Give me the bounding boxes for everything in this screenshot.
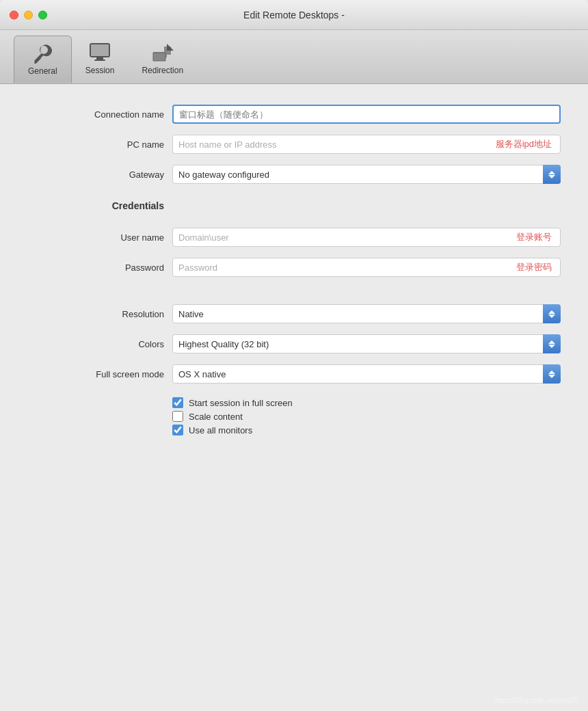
gateway-select-wrapper: No gateway configured — [172, 165, 561, 184]
svg-rect-6 — [153, 52, 165, 61]
fullscreen-label: Full screen mode — [27, 369, 164, 379]
connection-name-input[interactable] — [172, 105, 561, 124]
username-label: User name — [27, 232, 164, 243]
display-section: Resolution Native 1920x1080 1280x720 Col… — [27, 304, 561, 384]
watermark: https://blog.csdn.net/zeal35 — [495, 697, 578, 704]
close-button[interactable] — [10, 10, 18, 19]
checkbox-start-fullscreen: Start session in full screen — [172, 397, 561, 408]
colors-select-wrapper: Highest Quality (32 bit) High Quality (1… — [172, 334, 561, 353]
redirection-icon — [152, 41, 174, 63]
start-fullscreen-label: Start session in full screen — [189, 398, 293, 408]
tab-redirection[interactable]: Redirection — [128, 36, 197, 83]
resolution-select-wrapper: Native 1920x1080 1280x720 — [172, 304, 561, 323]
credentials-row: Credentials — [27, 200, 561, 211]
username-placeholder: Domain\user — [178, 232, 229, 243]
scale-content-label: Scale content — [189, 412, 243, 422]
colors-label: Colors — [27, 339, 164, 349]
pc-name-row: PC name Host name or IP address 服务器ipd地址 — [27, 135, 561, 154]
pc-name-field[interactable]: Host name or IP address 服务器ipd地址 — [172, 135, 561, 154]
traffic-lights — [10, 10, 47, 19]
checkbox-scale-content: Scale content — [172, 411, 561, 422]
resolution-row: Resolution Native 1920x1080 1280x720 — [27, 304, 561, 323]
tab-session[interactable]: Session — [72, 36, 129, 83]
password-label: Password — [27, 263, 164, 273]
colors-select[interactable]: Highest Quality (32 bit) High Quality (1… — [172, 334, 561, 353]
gateway-label: Gateway — [27, 170, 164, 180]
checkbox-use-all-monitors: Use all monitors — [172, 425, 561, 435]
tab-general-label: General — [28, 66, 57, 76]
start-fullscreen-checkbox[interactable] — [172, 397, 183, 408]
colors-row: Colors Highest Quality (32 bit) High Qua… — [27, 334, 561, 353]
password-placeholder: Password — [178, 263, 217, 273]
scale-content-checkbox[interactable] — [172, 411, 183, 422]
monitor-icon — [89, 41, 111, 63]
gateway-row: Gateway No gateway configured — [27, 165, 561, 184]
fullscreen-row: Full screen mode OS X native Fullscreen … — [27, 364, 561, 384]
connection-name-label: Connection name — [27, 109, 164, 120]
resolution-label: Resolution — [27, 309, 164, 319]
username-row: User name Domain\user 登录账号 — [27, 228, 561, 247]
title-bar: Edit Remote Desktops - — [0, 0, 588, 30]
minimize-button[interactable] — [24, 10, 33, 19]
gateway-select[interactable]: No gateway configured — [172, 165, 561, 184]
pc-name-placeholder: Host name or IP address — [178, 139, 277, 150]
resolution-select[interactable]: Native 1920x1080 1280x720 — [172, 304, 561, 323]
credentials-label: Credentials — [27, 200, 164, 211]
fullscreen-select-wrapper: OS X native Fullscreen window — [172, 364, 561, 384]
toolbar: General Session Redirection — [0, 30, 588, 84]
fullscreen-select[interactable]: OS X native Fullscreen window — [172, 364, 561, 384]
connection-name-row: Connection name — [27, 105, 561, 124]
username-field[interactable]: Domain\user 登录账号 — [172, 228, 561, 247]
section-gap — [27, 291, 561, 304]
tab-session-label: Session — [85, 66, 115, 75]
tab-redirection-label: Redirection — [142, 66, 183, 75]
username-annotation: 登录账号 — [516, 231, 554, 243]
password-annotation: 登录密码 — [516, 261, 554, 273]
pc-name-label: PC name — [27, 139, 164, 150]
svg-rect-2 — [96, 57, 103, 59]
maximize-button[interactable] — [38, 10, 47, 19]
use-all-monitors-checkbox[interactable] — [172, 425, 183, 435]
use-all-monitors-label: Use all monitors — [189, 425, 252, 435]
form-section: Connection name PC name Host name or IP … — [27, 105, 561, 277]
password-field[interactable]: Password 登录密码 — [172, 258, 561, 277]
svg-rect-3 — [94, 59, 105, 61]
window-title: Edit Remote Desktops - — [243, 10, 345, 21]
wrench-icon — [31, 42, 53, 64]
password-row: Password Password 登录密码 — [27, 258, 561, 277]
tab-general[interactable]: General — [14, 36, 72, 83]
svg-rect-4 — [91, 44, 109, 56]
content-area: Connection name PC name Host name or IP … — [0, 84, 588, 711]
pc-name-annotation: 服务器ipd地址 — [496, 138, 554, 150]
